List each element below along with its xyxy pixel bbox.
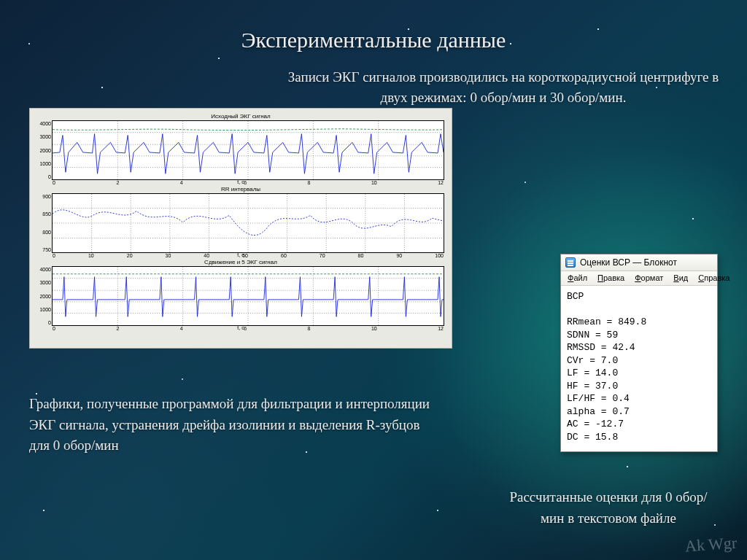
menu-view[interactable]: Вид [670,273,692,283]
plot1-yticks: 4000 3000 2000 1000 0 [35,121,51,179]
plot1-title: Исходный ЭКГ сигнал [34,113,447,120]
plot2-rr-intervals: 900 850 800 750 0 10 20 30 40 50 60 70 8… [52,193,444,253]
notepad-caption: Рассчитанные оценки для 0 обор/мин в тек… [499,487,718,529]
menu-edit[interactable]: Правка [594,273,628,283]
author-signature: Ak Wgr [684,534,738,556]
plot1-xticks: 0 2 4 6 8 10 12 [53,180,444,187]
menu-file[interactable]: Файл [564,273,591,283]
notepad-icon [565,257,576,268]
notepad-textarea[interactable]: ВСР RRmean = 849.8 SDNN = 59 RMSSD = 42.… [561,286,717,451]
menu-help[interactable]: Справка [694,273,733,283]
plot1-ecg-raw: 4000 3000 2000 1000 0 0 2 4 6 8 10 12 [52,120,444,180]
plot2-title: RR интервалы [34,186,447,192]
slide-title: Экспериментальные данные [0,28,747,52]
slide-subtitle: Записи ЭКГ сигналов производились на кор… [285,67,722,107]
notepad-window: Оценки ВСР — Блокнот Файл Правка Формат … [560,254,718,452]
figure-caption: Графики, полученные программой для фильт… [29,394,438,456]
plot3-yticks: 4000 3000 2000 1000 0 [35,267,51,325]
plot3-title: Сдвижение и 5 ЭКГ сигнал [34,259,447,265]
matlab-figure: Исходный ЭКГ сигнал 4000 3000 2000 1000 … [29,108,452,349]
notepad-titlebar[interactable]: Оценки ВСР — Блокнот [561,254,717,271]
notepad-title: Оценки ВСР — Блокнот [580,257,677,268]
notepad-menubar: Файл Правка Формат Вид Справка [561,271,717,286]
plot2-yticks: 900 850 800 750 [35,194,51,252]
plot3-xticks: 0 2 4 6 8 10 12 [53,326,444,332]
menu-format[interactable]: Формат [631,273,667,283]
plot3-ecg-filtered: 4000 3000 2000 1000 0 0 2 4 6 8 10 12 [52,266,444,326]
plot2-xticks: 0 10 20 30 40 50 60 70 80 90 100 [53,253,444,260]
